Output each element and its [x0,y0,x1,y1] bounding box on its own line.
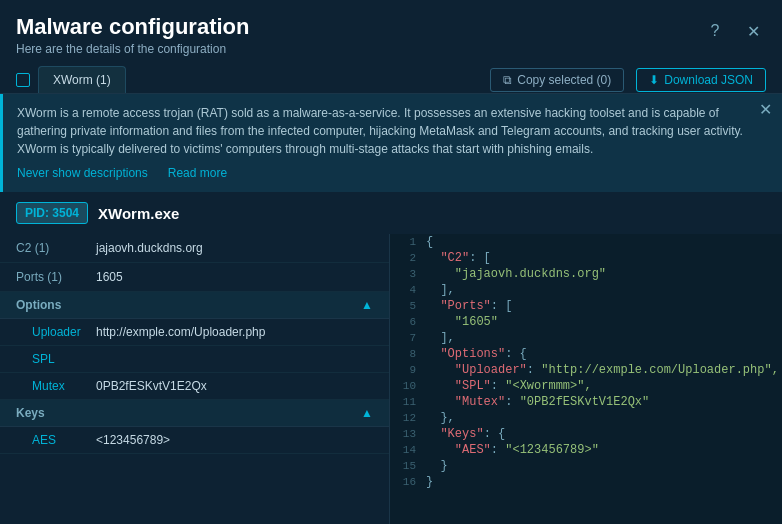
copy-icon: ⧉ [503,73,512,87]
close-button[interactable]: ✕ [740,18,766,44]
json-key: "AES" [455,443,491,457]
code-line: 13 "Keys": { [390,426,782,442]
key-value: <123456789> [96,433,170,447]
main-content: C2 (1)jajaovh.duckdns.orgPorts (1)1605 O… [0,234,782,524]
copy-label: Copy selected (0) [517,73,611,87]
json-value: "jajaovh.duckdns.org" [455,267,606,281]
keys-chevron[interactable]: ▲ [361,406,373,420]
json-colon: : [491,443,505,457]
code-text: }, [426,411,455,425]
json-punct: : { [505,347,527,361]
json-key: "C2" [440,251,469,265]
code-line: 15 } [390,458,782,474]
config-value: jajaovh.duckdns.org [96,241,203,255]
code-line: 14 "AES": "<123456789>" [390,442,782,458]
option-row: SPL [0,346,389,373]
option-row: Mutex0PB2fESKvtV1E2Qx [0,373,389,400]
option-label: Uploader [32,325,96,339]
json-value: "1605" [455,315,498,329]
config-row: Ports (1)1605 [0,263,389,292]
left-panel: C2 (1)jajaovh.duckdns.orgPorts (1)1605 O… [0,234,390,524]
tab-left: XWorm (1) [16,66,126,93]
json-value: "http://exmple.com/Uploader.php", [541,363,779,377]
line-number: 5 [390,300,426,312]
code-line: 1{ [390,234,782,250]
code-line: 2 "C2": [ [390,250,782,266]
code-line: 9 "Uploader": "http://exmple.com/Uploade… [390,362,782,378]
code-line: 7 ], [390,330,782,346]
json-value: "<123456789>" [505,443,599,457]
line-number: 12 [390,412,426,424]
code-text: } [426,475,433,489]
json-colon: : [527,363,541,377]
page-title: Malware configuration [16,14,249,40]
line-number: 4 [390,284,426,296]
tab-right: ⧉ Copy selected (0) ⬇ Download JSON [490,68,766,92]
banner-close-button[interactable]: ✕ [759,102,772,118]
read-more-link[interactable]: Read more [168,164,227,182]
line-number: 6 [390,316,426,328]
json-punct: : [ [469,251,491,265]
info-banner: ✕ XWorm is a remote access trojan (RAT) … [0,94,782,192]
line-number: 13 [390,428,426,440]
download-json-button[interactable]: ⬇ Download JSON [636,68,766,92]
json-key: "Uploader" [455,363,527,377]
line-number: 9 [390,364,426,376]
json-punct: : [ [491,299,513,313]
pid-badge: PID: 3504 [16,202,88,224]
json-key: "Options" [440,347,505,361]
keys-label: Keys [16,406,45,420]
json-key: "Keys" [440,427,483,441]
options-chevron[interactable]: ▲ [361,298,373,312]
code-line: 3 "jajaovh.duckdns.org" [390,266,782,282]
line-number: 3 [390,268,426,280]
json-key: "SPL" [455,379,491,393]
header-right: ? ✕ [702,18,766,44]
code-line: 11 "Mutex": "0PB2fESKvtV1E2Qx" [390,394,782,410]
line-number: 10 [390,380,426,392]
tab-xworm[interactable]: XWorm (1) [38,66,126,93]
line-number: 7 [390,332,426,344]
select-all-checkbox[interactable] [16,73,30,87]
key-row: AES<123456789> [0,427,389,454]
code-line: 12 }, [390,410,782,426]
code-text: ], [426,283,455,297]
option-value: 0PB2fESKvtV1E2Qx [96,379,207,393]
header-left: Malware configuration Here are the detai… [16,14,249,56]
config-row: C2 (1)jajaovh.duckdns.org [0,234,389,263]
json-key: "Mutex" [455,395,505,409]
code-line: 10 "SPL": "<Xwormmm>", [390,378,782,394]
code-text: ], [426,331,455,345]
options-label: Options [16,298,61,312]
code-line: 16} [390,474,782,490]
option-label: SPL [32,352,96,366]
json-value: "0PB2fESKvtV1E2Qx" [520,395,650,409]
option-value: http://exmple.com/Uploader.php [96,325,265,339]
json-colon: : [505,395,519,409]
json-colon: : [491,379,505,393]
line-number: 2 [390,252,426,264]
option-row: Uploaderhttp://exmple.com/Uploader.php [0,319,389,346]
json-value: "<Xwormmm>", [505,379,591,393]
never-show-link[interactable]: Never show descriptions [17,164,148,182]
code-line: 4 ], [390,282,782,298]
config-label: C2 (1) [16,241,96,255]
line-number: 8 [390,348,426,360]
options-section-header: Options ▲ [0,292,389,319]
header: Malware configuration Here are the detai… [0,0,782,66]
code-line: 8 "Options": { [390,346,782,362]
line-number: 1 [390,236,426,248]
help-button[interactable]: ? [702,18,728,44]
line-number: 16 [390,476,426,488]
code-text: } [426,459,448,473]
banner-links: Never show descriptions Read more [17,164,768,182]
line-number: 14 [390,444,426,456]
copy-selected-button[interactable]: ⧉ Copy selected (0) [490,68,624,92]
json-panel: 1{2 "C2": [3 "jajaovh.duckdns.org"4 ],5 … [390,234,782,524]
json-punct: : { [484,427,506,441]
process-name: XWorm.exe [98,205,179,222]
code-line: 6 "1605" [390,314,782,330]
process-header: PID: 3504 XWorm.exe [0,192,782,234]
config-value: 1605 [96,270,123,284]
line-number: 15 [390,460,426,472]
